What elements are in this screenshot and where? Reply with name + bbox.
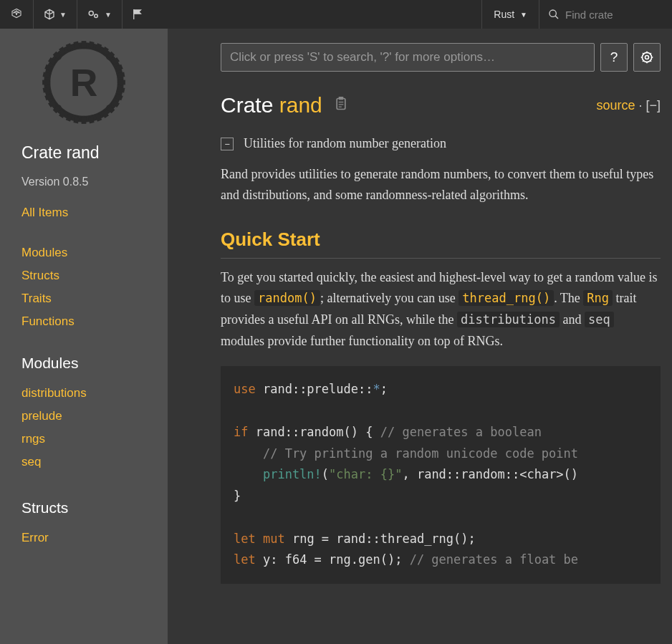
language-label: Rust — [494, 9, 514, 20]
collapse-toggle[interactable]: − — [221, 138, 234, 150]
rust-logo[interactable]: R — [7, 40, 160, 128]
page-heading: Crate rand source · [−] — [221, 93, 661, 117]
svg-point-2 — [19, 12, 20, 14]
struct-error[interactable]: Error — [21, 527, 160, 549]
flag-menu[interactable] — [123, 0, 153, 29]
dropdown-icon: ▼ — [520, 11, 527, 19]
gear-icon — [640, 50, 654, 64]
dropdown-icon: ▼ — [59, 11, 67, 19]
svg-rect-21 — [337, 99, 345, 110]
quick-start-body: To get you started quickly, the easiest … — [221, 267, 661, 352]
module-prelude[interactable]: prelude — [21, 405, 160, 428]
docs-rs-icon — [10, 8, 23, 21]
main-content: ? Crate rand source · [−] − Utilities fo… — [172, 29, 672, 644]
clipboard-icon — [334, 96, 348, 112]
svg-point-6 — [549, 10, 556, 16]
modules-heading: Modules — [21, 355, 160, 372]
svg-point-19 — [645, 56, 649, 59]
code-example: use rand::prelude::*; if rand::random() … — [221, 366, 661, 584]
page-title: Crate rand — [221, 93, 322, 117]
code-random[interactable]: random() — [254, 290, 320, 306]
settings-button[interactable] — [633, 43, 661, 72]
top-navigation: ▼ ▼ Rust ▼ — [0, 0, 672, 29]
all-items-link[interactable]: All Items — [21, 206, 160, 220]
module-rngs[interactable]: rngs — [21, 428, 160, 451]
logo-menu[interactable] — [0, 0, 34, 29]
module-seq[interactable]: seq — [21, 451, 160, 474]
language-select[interactable]: Rust ▼ — [482, 0, 539, 29]
svg-point-0 — [16, 14, 17, 15]
help-button[interactable]: ? — [600, 43, 628, 72]
svg-point-4 — [89, 11, 93, 16]
section-functions[interactable]: Functions — [21, 314, 160, 329]
crate-menu[interactable]: ▼ — [34, 0, 77, 29]
scrollbar-track — [168, 29, 172, 644]
heading-actions: source · [−] — [596, 98, 661, 113]
search-input[interactable] — [221, 43, 595, 72]
svg-point-1 — [13, 12, 14, 14]
search-icon — [548, 9, 560, 20]
svg-line-7 — [555, 16, 558, 19]
description-text: Rand provides utilities to generate rand… — [221, 164, 661, 206]
collapse-all-toggle[interactable]: [−] — [645, 98, 661, 112]
svg-point-5 — [95, 14, 98, 18]
code-thread-rng[interactable]: thread_rng() — [459, 290, 554, 306]
flag-icon — [133, 9, 143, 20]
copy-path-button[interactable] — [334, 96, 348, 115]
summary-text: Utilities for random number generation — [244, 136, 446, 151]
crate-name-link[interactable]: rand — [279, 93, 322, 117]
sidebar: R Crate rand Version 0.8.5 All Items Mod… — [0, 29, 172, 644]
quick-start-heading: Quick Start — [221, 229, 661, 259]
svg-point-20 — [642, 52, 651, 62]
structs-list: Error — [21, 527, 160, 549]
section-traits[interactable]: Traits — [21, 292, 160, 306]
section-structs[interactable]: Structs — [21, 269, 160, 283]
section-modules[interactable]: Modules — [21, 246, 160, 260]
platform-menu[interactable]: ▼ — [77, 0, 123, 29]
module-distributions[interactable]: distributions — [21, 382, 160, 405]
top-search — [539, 0, 672, 29]
code-rng-trait[interactable]: Rng — [583, 290, 613, 306]
gears-icon — [87, 9, 100, 19]
find-crate-input[interactable] — [565, 9, 658, 21]
svg-rect-17 — [82, 41, 87, 47]
structs-heading: Structs — [21, 499, 160, 516]
svg-rect-22 — [338, 97, 343, 100]
cube-icon — [44, 9, 55, 20]
svg-point-3 — [16, 11, 17, 12]
code-seq[interactable]: seq — [585, 312, 614, 327]
source-link[interactable]: source — [596, 98, 635, 112]
sidebar-title: Crate rand — [21, 143, 160, 163]
modules-list: distributions prelude rngs seq — [21, 382, 160, 474]
search-row: ? — [221, 43, 661, 72]
code-distributions[interactable]: distributions — [457, 312, 560, 327]
svg-text:R: R — [70, 62, 98, 104]
version-label: Version 0.8.5 — [21, 176, 160, 188]
spacer — [153, 0, 482, 29]
rust-logo-icon: R — [42, 40, 126, 125]
dropdown-icon: ▼ — [105, 11, 112, 19]
summary-row: − Utilities for random number generation — [221, 136, 661, 151]
